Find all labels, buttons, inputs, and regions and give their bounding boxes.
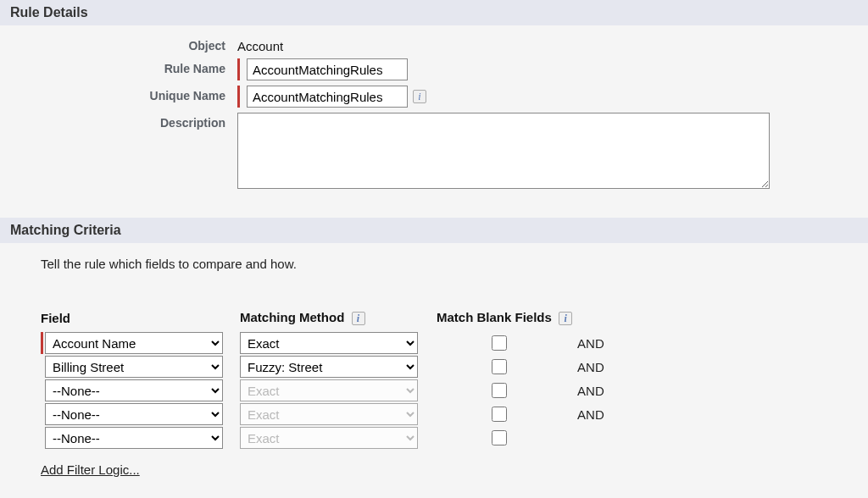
info-icon[interactable]: i — [559, 312, 572, 325]
criteria-row: Account NameBilling Street--None--ExactF… — [41, 332, 628, 354]
section-header-matching-criteria: Matching Criteria — [0, 218, 868, 243]
match-blank-checkbox[interactable] — [492, 407, 507, 422]
info-icon[interactable]: i — [352, 312, 365, 325]
header-method: Matching Method i — [240, 310, 437, 330]
required-indicator — [237, 86, 240, 108]
header-blank: Match Blank Fields i — [437, 310, 577, 330]
label-object: Object — [0, 36, 237, 53]
required-indicator — [41, 332, 43, 354]
header-method-text: Matching Method — [240, 310, 344, 324]
match-blank-checkbox[interactable] — [492, 430, 507, 445]
criteria-row: Account NameBilling Street--None--ExactF… — [41, 403, 628, 425]
criteria-row: Account NameBilling Street--None--ExactF… — [41, 427, 628, 449]
value-object: Account — [237, 36, 283, 53]
required-indicator — [237, 58, 240, 80]
info-icon[interactable]: i — [413, 90, 426, 103]
label-unique-name: Unique Name — [0, 86, 237, 102]
match-blank-checkbox[interactable] — [492, 335, 507, 351]
match-blank-checkbox[interactable] — [492, 359, 507, 374]
header-blank-text: Match Blank Fields — [437, 310, 552, 324]
criteria-row: Account NameBilling Street--None--ExactF… — [41, 356, 628, 378]
criteria-intro-text: Tell the rule which fields to compare an… — [41, 257, 868, 271]
criteria-row: Account NameBilling Street--None--ExactF… — [41, 379, 628, 401]
spacer — [41, 379, 43, 401]
and-operator: AND — [577, 379, 628, 401]
matching-method-select[interactable]: ExactFuzzy: Street — [240, 332, 418, 354]
matching-method-select: ExactFuzzy: Street — [240, 403, 418, 425]
matching-method-select: ExactFuzzy: Street — [240, 379, 418, 401]
spacer — [41, 403, 43, 425]
criteria-table: Field Matching Method i Match Blank Fiel… — [41, 308, 628, 451]
spacer — [41, 427, 43, 449]
field-select[interactable]: Account NameBilling Street--None-- — [45, 379, 223, 401]
and-operator — [577, 427, 628, 449]
label-rule-name: Rule Name — [0, 58, 237, 75]
match-blank-checkbox[interactable] — [492, 383, 507, 398]
rule-details-body: Object Account Rule Name Unique Name i D… — [0, 25, 868, 218]
and-operator: AND — [577, 356, 628, 378]
and-operator: AND — [577, 332, 628, 354]
unique-name-input[interactable] — [247, 86, 408, 108]
add-filter-logic-link[interactable]: Add Filter Logic... — [41, 462, 140, 477]
description-textarea[interactable] — [237, 113, 770, 189]
matching-method-select: ExactFuzzy: Street — [240, 427, 418, 449]
label-description: Description — [0, 113, 237, 130]
field-select[interactable]: Account NameBilling Street--None-- — [45, 403, 223, 425]
header-and — [577, 310, 628, 330]
rule-name-input[interactable] — [247, 58, 408, 80]
field-select[interactable]: Account NameBilling Street--None-- — [45, 356, 223, 378]
and-operator: AND — [577, 403, 628, 425]
field-select[interactable]: Account NameBilling Street--None-- — [45, 427, 223, 449]
spacer — [41, 356, 43, 378]
header-field: Field — [41, 310, 240, 330]
matching-method-select[interactable]: ExactFuzzy: Street — [240, 356, 418, 378]
field-select[interactable]: Account NameBilling Street--None-- — [45, 332, 223, 354]
section-header-rule-details: Rule Details — [0, 0, 868, 25]
matching-criteria-body: Tell the rule which fields to compare an… — [0, 243, 868, 494]
